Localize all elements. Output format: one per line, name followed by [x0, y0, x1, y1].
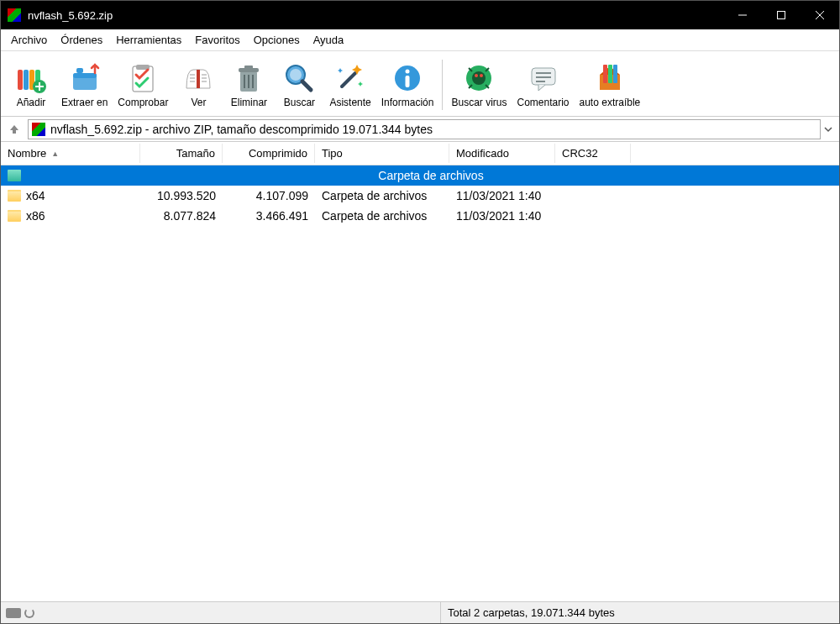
parent-folder-icon: [8, 170, 21, 181]
test-button[interactable]: Comprobar: [113, 60, 173, 110]
svg-rect-5: [24, 70, 29, 90]
add-label: Añadir: [17, 97, 46, 108]
delete-button[interactable]: Eliminar: [223, 60, 274, 110]
wizard-icon: [333, 61, 367, 95]
cell-compressed: 3.466.491: [223, 209, 315, 223]
cell-type: Carpeta de archivos: [315, 209, 449, 223]
menu-ayuda[interactable]: Ayuda: [307, 31, 351, 49]
minimize-button[interactable]: [723, 1, 762, 29]
sfx-icon: [593, 61, 627, 95]
title-bar: nvflash_5.692.zip: [1, 1, 839, 29]
extract-label: Extraer en: [61, 97, 108, 108]
address-dropdown[interactable]: [821, 125, 836, 134]
col-modified[interactable]: Modificado: [449, 144, 555, 163]
menu-archivo[interactable]: Archivo: [4, 31, 54, 49]
status-left: [1, 602, 441, 623]
svg-rect-14: [197, 70, 200, 88]
status-text: Total 2 carpetas, 19.071.344 bytes: [441, 606, 839, 619]
svg-rect-23: [244, 66, 253, 69]
toolbar: Añadir Extraer en Comprobar Ver Eliminar…: [1, 51, 839, 117]
address-field[interactable]: nvflash_5.692.zip - archivo ZIP, tamaño …: [28, 119, 821, 139]
wizard-label: Asistente: [329, 97, 370, 108]
address-text: nvflash_5.692.zip - archivo ZIP, tamaño …: [50, 123, 816, 136]
col-name-label: Nombre: [8, 147, 46, 160]
svg-rect-11: [76, 68, 83, 73]
view-label: Ver: [191, 97, 206, 108]
col-type[interactable]: Tipo: [315, 144, 449, 163]
svg-rect-49: [613, 65, 617, 83]
find-label: Buscar: [284, 97, 315, 108]
col-size[interactable]: Tamaño: [140, 144, 223, 163]
maximize-button[interactable]: [762, 1, 801, 29]
svg-rect-1: [778, 12, 785, 19]
info-label: Información: [381, 97, 434, 108]
menu-ordenes[interactable]: Órdenes: [54, 31, 109, 49]
parent-folder-row[interactable]: .. Carpeta de archivos: [1, 165, 839, 186]
sfx-label: auto extraíble: [580, 97, 641, 108]
svg-line-29: [302, 81, 311, 90]
menu-favoritos[interactable]: Favoritos: [188, 31, 246, 49]
app-icon: [8, 8, 21, 22]
test-icon: [126, 61, 160, 95]
key-icon[interactable]: [24, 608, 34, 618]
info-icon: [391, 61, 424, 95]
svg-line-30: [342, 73, 355, 87]
up-button[interactable]: [4, 119, 24, 139]
menu-herramientas[interactable]: Herramientas: [109, 31, 188, 49]
close-button[interactable]: [801, 1, 839, 29]
comment-button[interactable]: Comentario: [512, 60, 574, 110]
col-name[interactable]: Nombre▲: [1, 144, 140, 163]
folder-icon: [8, 190, 21, 202]
cell-modified: 11/03/2021 1:40: [449, 209, 555, 223]
add-button[interactable]: Añadir: [6, 60, 56, 110]
window-title: nvflash_5.692.zip: [28, 9, 723, 22]
svg-point-36: [475, 74, 478, 77]
sfx-button[interactable]: auto extraíble: [575, 60, 646, 110]
extract-button[interactable]: Extraer en: [56, 60, 113, 110]
file-list[interactable]: .. Carpeta de archivos x64 10.993.520 4.…: [1, 165, 839, 601]
svg-point-37: [480, 74, 483, 77]
virus-label: Buscar virus: [451, 97, 507, 108]
svg-rect-4: [18, 70, 23, 90]
info-button[interactable]: Información: [376, 60, 439, 110]
add-icon: [14, 61, 48, 95]
cell-name: ..: [1, 169, 23, 182]
find-button[interactable]: Buscar: [274, 60, 324, 110]
svg-rect-12: [133, 66, 153, 92]
view-icon: [181, 61, 215, 95]
window-controls: [723, 1, 839, 29]
delete-label: Eliminar: [231, 97, 267, 108]
cell-type: Carpeta de archivos: [315, 189, 449, 202]
cell-size: 8.077.824: [140, 209, 223, 223]
cell-name: x64: [1, 189, 140, 202]
virus-button[interactable]: Buscar virus: [446, 60, 512, 110]
svg-rect-33: [406, 76, 410, 87]
table-row[interactable]: x86 8.077.824 3.466.491 Carpeta de archi…: [1, 206, 839, 226]
view-button[interactable]: Ver: [173, 60, 223, 110]
svg-point-32: [406, 69, 410, 73]
archive-icon: [32, 123, 45, 136]
comment-label: Comentario: [517, 97, 569, 108]
status-bar: Total 2 carpetas, 19.071.344 bytes: [1, 601, 839, 623]
menu-bar: Archivo Órdenes Herramientas Favoritos O…: [1, 29, 839, 51]
virus-icon: [462, 61, 496, 95]
wizard-button[interactable]: Asistente: [324, 60, 375, 110]
address-bar: nvflash_5.692.zip - archivo ZIP, tamaño …: [1, 117, 839, 142]
comment-icon: [527, 61, 560, 95]
column-header: Nombre▲ Tamaño Comprimido Tipo Modificad…: [1, 142, 839, 165]
extract-icon: [68, 61, 102, 95]
drive-icon[interactable]: [6, 608, 21, 618]
table-row[interactable]: x64 10.993.520 4.107.099 Carpeta de arch…: [1, 186, 839, 206]
test-label: Comprobar: [118, 97, 168, 108]
cell-size: 10.993.520: [140, 189, 223, 202]
svg-rect-48: [608, 65, 612, 83]
toolbar-separator: [442, 60, 443, 110]
col-compressed[interactable]: Comprimido: [223, 144, 315, 163]
svg-point-35: [472, 71, 486, 85]
svg-point-28: [290, 69, 302, 81]
col-crc[interactable]: CRC32: [555, 144, 631, 163]
cell-modified: 11/03/2021 1:40: [449, 189, 555, 202]
menu-opciones[interactable]: Opciones: [247, 31, 307, 49]
file-name: x64: [26, 189, 45, 202]
svg-rect-10: [73, 73, 97, 78]
